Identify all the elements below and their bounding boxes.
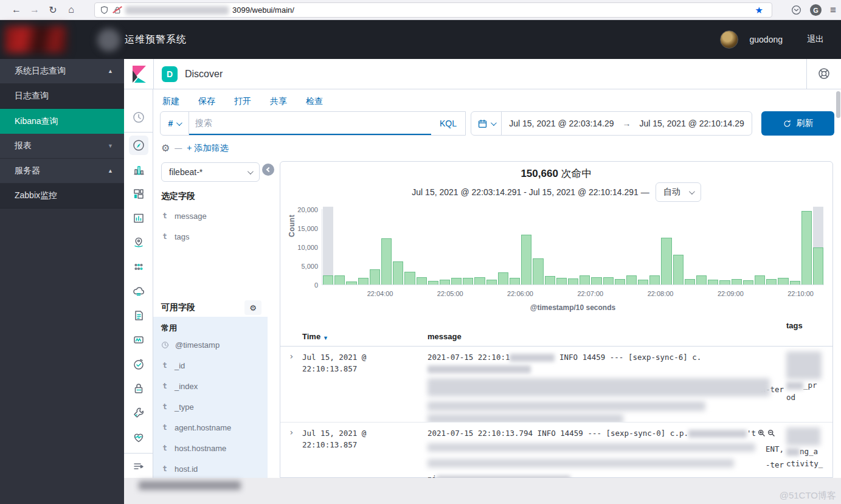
- menu-icon[interactable]: ≡: [830, 4, 836, 16]
- histogram-bar[interactable]: [626, 209, 637, 285]
- histogram-bar[interactable]: [590, 209, 602, 285]
- histogram-bar[interactable]: [614, 209, 626, 285]
- histogram-bar[interactable]: [392, 209, 404, 285]
- kql-toggle[interactable]: KQL: [431, 112, 465, 135]
- field-item-timestamp[interactable]: @timestamp: [161, 339, 220, 351]
- bookmark-star-icon[interactable]: ★: [755, 5, 763, 16]
- histogram-bar[interactable]: [345, 209, 357, 285]
- scrollbar-thumb[interactable]: [836, 91, 840, 118]
- logout-link[interactable]: 退出: [807, 34, 824, 45]
- histogram-bar[interactable]: [381, 209, 392, 285]
- histogram-bar[interactable]: [486, 209, 497, 285]
- machine-learning-icon[interactable]: [129, 257, 148, 277]
- column-header-message[interactable]: message: [427, 319, 786, 346]
- sidebar-item-reports[interactable]: 报表▼: [0, 134, 124, 159]
- save-button[interactable]: 保存: [198, 96, 215, 107]
- inspect-button[interactable]: 检查: [306, 96, 323, 107]
- reload-icon[interactable]: ↻: [44, 4, 62, 16]
- histogram-bar[interactable]: [673, 209, 684, 285]
- back-icon[interactable]: ←: [7, 4, 26, 15]
- field-item-type[interactable]: t_type: [161, 401, 194, 413]
- url-bar[interactable]: 3099/webui/main/ ★: [94, 2, 772, 18]
- histogram-bar[interactable]: [731, 209, 742, 285]
- histogram-bar[interactable]: [789, 209, 801, 285]
- page-scrollbar[interactable]: [836, 59, 841, 504]
- interval-select[interactable]: 自动: [656, 182, 701, 202]
- forward-icon[interactable]: →: [26, 4, 44, 15]
- table-row[interactable]: › Jul 15, 2021 @ 22:10:13.857 2021-07-15…: [280, 347, 832, 423]
- pocket-icon[interactable]: [791, 5, 801, 15]
- recent-clock-icon[interactable]: [129, 108, 148, 127]
- histogram-bar[interactable]: [696, 209, 707, 285]
- histogram-bar[interactable]: [427, 209, 439, 285]
- canvas-icon[interactable]: [129, 209, 148, 228]
- histogram-bar[interactable]: [719, 209, 730, 285]
- sidebar-item-zabbix[interactable]: Zabbix监控: [0, 184, 124, 209]
- histogram-bar[interactable]: [684, 209, 696, 285]
- field-item-agent-hostname[interactable]: tagent.hostname: [161, 421, 231, 433]
- field-item-message[interactable]: tmessage: [161, 210, 207, 222]
- histogram-bar[interactable]: [474, 209, 485, 285]
- collapse-nav-icon[interactable]: [129, 457, 148, 476]
- date-to[interactable]: Jul 15, 2021 @ 22:10:14.29: [640, 119, 744, 128]
- sidebar-item-kibana-query[interactable]: Kibana查询: [0, 109, 124, 134]
- index-pattern-select[interactable]: filebeat-*: [161, 162, 260, 182]
- logs-icon[interactable]: [129, 306, 148, 325]
- histogram-bar[interactable]: [416, 209, 427, 285]
- histogram-bar[interactable]: [521, 209, 532, 285]
- expand-row-icon[interactable]: ›: [280, 347, 302, 423]
- field-item-tags[interactable]: ttags: [161, 230, 190, 243]
- calendar-dropdown[interactable]: [471, 112, 502, 135]
- histogram-bar[interactable]: [556, 209, 567, 285]
- new-button[interactable]: 新建: [162, 96, 179, 107]
- sidebar-item-log-query[interactable]: 日志查询: [0, 84, 124, 109]
- histogram-bar[interactable]: [579, 209, 590, 285]
- sidebar-collapse-button[interactable]: [262, 164, 274, 176]
- histogram-bar[interactable]: [801, 209, 812, 285]
- column-header-tags[interactable]: tags: [786, 319, 832, 346]
- fields-settings-gear-icon[interactable]: ⚙: [244, 300, 261, 315]
- histogram-bar[interactable]: [358, 209, 369, 285]
- filter-gear-icon[interactable]: ⚙: [161, 142, 170, 154]
- histogram-bar[interactable]: [567, 209, 579, 285]
- sidebar-item-system-log-query[interactable]: 系统日志查询▲: [0, 59, 124, 84]
- apm-icon[interactable]: [129, 330, 148, 350]
- dashboard-icon[interactable]: [129, 184, 148, 204]
- refresh-button[interactable]: 刷新: [761, 111, 834, 136]
- user-avatar[interactable]: [720, 30, 738, 49]
- sidebar-item-servers[interactable]: 服务器▲: [0, 159, 124, 184]
- sort-desc-icon[interactable]: ▼: [323, 335, 328, 341]
- histogram-plot[interactable]: [322, 209, 824, 285]
- histogram-bar[interactable]: [660, 209, 672, 285]
- histogram-bar[interactable]: [649, 209, 660, 285]
- field-item-host-id[interactable]: thost.id: [161, 463, 198, 475]
- add-filter-link[interactable]: + 添加筛选: [187, 143, 228, 154]
- field-item-index[interactable]: t_index: [161, 380, 198, 392]
- monitoring-icon[interactable]: [129, 427, 148, 447]
- column-header-time[interactable]: Time▼: [302, 319, 427, 346]
- histogram-bar[interactable]: [462, 209, 474, 285]
- discover-compass-icon[interactable]: [129, 136, 148, 155]
- histogram-bar[interactable]: [754, 209, 766, 285]
- histogram-bar[interactable]: [451, 209, 462, 285]
- dev-tools-wrench-icon[interactable]: [129, 403, 148, 423]
- infrastructure-icon[interactable]: [129, 281, 148, 301]
- maps-icon[interactable]: [129, 233, 148, 252]
- zoom-out-icon[interactable]: [767, 429, 775, 440]
- date-from[interactable]: Jul 15, 2021 @ 22:03:14.29: [509, 119, 614, 128]
- zoom-in-icon[interactable]: [758, 429, 766, 440]
- histogram-bar[interactable]: [369, 209, 381, 285]
- expand-row-icon[interactable]: ›: [280, 423, 302, 478]
- siem-lock-icon[interactable]: [129, 379, 148, 398]
- search-input[interactable]: [189, 118, 431, 128]
- field-item-host-hostname[interactable]: thost.hostname: [161, 442, 226, 454]
- histogram-bar[interactable]: [439, 209, 451, 285]
- histogram-bar[interactable]: [777, 209, 789, 285]
- uptime-icon[interactable]: [129, 354, 148, 374]
- filter-language-dropdown[interactable]: #: [161, 112, 189, 135]
- histogram-bar[interactable]: [544, 209, 556, 285]
- histogram-bar[interactable]: [766, 209, 777, 285]
- histogram-bar[interactable]: [497, 209, 509, 285]
- share-button[interactable]: 共享: [270, 96, 287, 107]
- breadcrumb[interactable]: Discover: [185, 59, 223, 89]
